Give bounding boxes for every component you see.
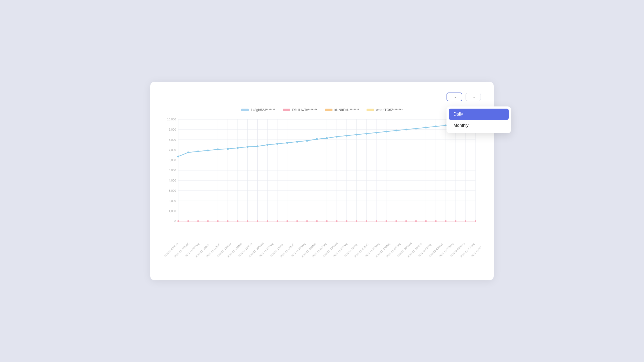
svg-point-77	[415, 220, 417, 222]
legend-label-2: kUNItEsU*******	[334, 108, 359, 112]
legend-item-2: kUNItEsU*******	[325, 108, 359, 112]
svg-point-53	[177, 220, 179, 222]
svg-point-75	[396, 220, 397, 222]
legend-color-3	[367, 109, 374, 111]
svg-point-62	[267, 220, 268, 222]
svg-point-58	[227, 220, 229, 222]
svg-point-55	[197, 220, 199, 222]
legend-color-0	[241, 109, 249, 111]
legend-item-3: wdqpTO6Z*******	[367, 108, 402, 112]
chart-svg: 01,0002,0003,0004,0005,0006,0007,0008,00…	[163, 117, 481, 229]
svg-point-103	[356, 134, 357, 136]
svg-text:6,000: 6,000	[169, 158, 176, 162]
svg-point-93	[257, 145, 258, 147]
svg-point-101	[336, 136, 338, 138]
period-dropdown: Daily Monthly	[447, 106, 511, 133]
svg-point-64	[286, 220, 288, 222]
svg-point-104	[365, 133, 367, 135]
svg-text:3,000: 3,000	[169, 189, 176, 192]
svg-point-96	[286, 142, 288, 144]
svg-point-67	[316, 220, 318, 222]
legend-label-0: 1x8gb52J*******	[251, 108, 275, 112]
svg-point-107	[395, 130, 397, 131]
svg-point-60	[247, 220, 248, 222]
svg-point-98	[306, 140, 308, 142]
svg-text:4,000: 4,000	[169, 179, 176, 182]
svg-point-59	[237, 220, 239, 222]
svg-point-63	[276, 220, 278, 222]
svg-point-69	[336, 220, 338, 222]
svg-point-100	[326, 137, 328, 139]
svg-text:0: 0	[174, 220, 176, 223]
svg-point-72	[366, 220, 367, 222]
svg-point-97	[296, 141, 298, 143]
controls: ⌄ Daily Monthly ⌄	[447, 93, 481, 101]
svg-point-70	[346, 220, 347, 222]
svg-point-76	[405, 220, 407, 222]
svg-point-83	[475, 220, 476, 222]
svg-point-102	[346, 135, 347, 136]
svg-point-87	[197, 150, 199, 152]
svg-point-109	[415, 128, 417, 130]
svg-point-66	[306, 220, 308, 222]
svg-point-106	[385, 131, 387, 132]
svg-text:9,000: 9,000	[169, 128, 176, 131]
dropdown-item-daily[interactable]: Daily	[449, 109, 509, 120]
legend-label-3: wdqpTO6Z*******	[376, 108, 402, 112]
svg-point-99	[316, 138, 318, 140]
svg-point-95	[276, 143, 278, 145]
days-chevron-icon: ⌄	[473, 95, 475, 99]
svg-point-89	[217, 149, 219, 150]
svg-point-82	[465, 220, 466, 222]
svg-point-65	[296, 220, 298, 222]
svg-point-54	[187, 220, 189, 222]
main-card: ⌄ Daily Monthly ⌄ 1x8gb52J******* DftHHw…	[150, 82, 494, 280]
svg-text:1,000: 1,000	[169, 209, 176, 213]
dropdown-item-monthly[interactable]: Monthly	[449, 120, 509, 131]
svg-point-105	[375, 132, 377, 134]
svg-point-61	[257, 220, 258, 222]
days-range-button[interactable]: ⌄	[466, 93, 481, 101]
svg-point-85	[177, 156, 179, 157]
svg-point-56	[207, 220, 209, 222]
svg-point-91	[237, 147, 239, 149]
daily-chevron-icon: ⌄	[454, 95, 456, 99]
legend-color-2	[325, 109, 332, 111]
legend-item-0: 1x8gb52J*******	[241, 108, 275, 112]
legend-item-1: DftHHwTe*******	[283, 108, 317, 112]
svg-text:8,000: 8,000	[169, 138, 176, 141]
svg-point-88	[207, 149, 209, 151]
svg-point-73	[376, 220, 377, 222]
legend-color-1	[283, 109, 290, 111]
svg-point-68	[326, 220, 328, 222]
svg-point-80	[445, 220, 447, 222]
svg-text:10,000: 10,000	[167, 118, 176, 121]
svg-point-92	[247, 146, 248, 148]
svg-text:7,000: 7,000	[169, 148, 176, 152]
svg-point-90	[227, 148, 229, 150]
svg-text:2,000: 2,000	[169, 199, 176, 202]
svg-text:5,000: 5,000	[169, 169, 176, 172]
header: ⌄ Daily Monthly ⌄	[163, 93, 481, 101]
chart-legend: 1x8gb52J******* DftHHwTe******* kUNItEsU…	[163, 108, 481, 112]
svg-point-74	[386, 220, 387, 222]
chart-area: 01,0002,0003,0004,0005,0006,0007,0008,00…	[163, 117, 481, 229]
svg-point-71	[356, 220, 357, 222]
svg-point-111	[435, 125, 437, 127]
svg-point-86	[187, 152, 189, 153]
svg-point-79	[435, 220, 437, 222]
svg-point-110	[425, 127, 427, 128]
svg-point-94	[266, 144, 268, 146]
svg-point-108	[405, 129, 407, 131]
svg-point-78	[425, 220, 427, 222]
legend-label-1: DftHHwTe*******	[292, 108, 317, 112]
x-axis-labels: 2023-11-07(Tue)2023-11-08(Wed)2023-11-09…	[163, 229, 481, 259]
svg-point-57	[217, 220, 219, 222]
daily-dropdown-button[interactable]: ⌄	[447, 93, 462, 101]
svg-point-81	[455, 220, 456, 222]
